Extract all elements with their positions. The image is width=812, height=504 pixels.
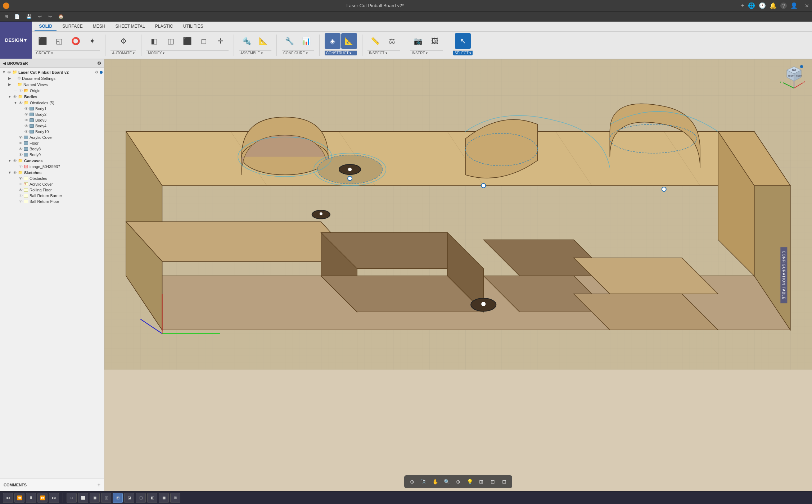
playback-next-button[interactable]: ⏩ <box>37 493 48 503</box>
view-btn-7[interactable]: ◫ <box>136 493 146 503</box>
tree-item-body2[interactable]: — 👁 Body2 <box>0 112 104 117</box>
create-more-button[interactable]: ✦ <box>84 33 100 49</box>
undo-button[interactable]: ↩ <box>35 13 45 20</box>
view-btn-8[interactable]: ◧ <box>147 493 157 503</box>
press-pull-button[interactable]: ◧ <box>146 33 162 49</box>
decal-button[interactable]: 🖼 <box>427 33 443 49</box>
axis-button[interactable]: 📐 <box>341 33 357 49</box>
view-btn-9[interactable]: ▣ <box>159 493 169 503</box>
tab-utilities[interactable]: UTILITIES <box>179 23 208 31</box>
view-btn-10[interactable]: ⊞ <box>170 493 180 503</box>
configuration-table-tab[interactable]: CONFIGURATION TABLE <box>781 247 788 303</box>
tree-item-canvases[interactable]: ▼ 👁 📁 Canvases <box>0 158 104 164</box>
extrude-button[interactable]: ◱ <box>51 33 67 49</box>
pan-button[interactable]: ✋ <box>430 477 440 487</box>
eye-floor[interactable]: 👁 <box>18 141 23 145</box>
tree-item-floor[interactable]: — 👁 Floor <box>0 140 104 146</box>
view-btn-6[interactable]: ◪ <box>124 493 134 503</box>
playback-play-button[interactable]: ⏸ <box>26 493 36 503</box>
display-settings-button[interactable]: 💡 <box>465 477 475 487</box>
select-button[interactable]: ↖ <box>455 33 471 49</box>
eye-origin[interactable]: 👁 <box>18 88 23 93</box>
tab-sheet-metal[interactable]: SHEET METAL <box>111 23 149 31</box>
view-btn-5[interactable]: ◩ <box>113 493 123 503</box>
tab-plastic[interactable]: PLASTIC <box>151 23 177 31</box>
eye-root[interactable]: 👁 <box>6 70 12 74</box>
tree-item-image[interactable]: — 👁 🖼 image_50439937 <box>0 164 104 169</box>
browser-collapse-icon[interactable]: ◀ <box>3 61 6 66</box>
tree-item-body8[interactable]: — 👁 Body8 <box>0 146 104 152</box>
eye-body1[interactable]: 👁 <box>24 106 29 111</box>
close-button[interactable]: ✕ <box>805 3 809 9</box>
tree-item-body4[interactable]: — 👁 Body4 <box>0 123 104 129</box>
tree-item-acrylic-cover-sketch[interactable]: — 👁 Acrylic Cover <box>0 181 104 187</box>
look-at-button[interactable]: 🔭 <box>419 477 429 487</box>
table-button[interactable]: 📊 <box>298 33 314 49</box>
new-tab-button[interactable]: + <box>741 3 744 9</box>
tab-surface[interactable]: SURFACE <box>58 23 87 31</box>
eye-obsticales[interactable]: 👁 <box>18 101 23 105</box>
view-btn-4[interactable]: ◫ <box>101 493 111 503</box>
tree-item-root[interactable]: ▼ 👁 📁 Laser Cut Pinball Board v2 ⚙ <box>0 69 104 75</box>
globe-icon[interactable]: 🌐 <box>748 2 755 9</box>
tree-item-obsticales[interactable]: ▼ 👁 📁 Obsticales (5) <box>0 100 104 106</box>
tree-item-bodies[interactable]: ▼ 👁 📁 Bodies <box>0 94 104 100</box>
tree-item-acrylic-cover-body[interactable]: — 👁 Acrylic Cover <box>0 135 104 140</box>
move-button[interactable]: ✛ <box>213 33 229 49</box>
tree-item-rolling-floor[interactable]: — 👁 Rolling Floor <box>0 187 104 193</box>
tree-item-body3[interactable]: — 👁 Body3 <box>0 117 104 123</box>
eye-acrylic-cover[interactable]: 👁 <box>18 135 23 140</box>
shell-button[interactable]: ◻ <box>196 33 212 49</box>
eye-body10[interactable]: 👁 <box>24 130 29 134</box>
tree-arrow-sketches[interactable]: ▼ <box>7 171 12 174</box>
tree-arrow-canvases[interactable]: ▼ <box>7 159 12 163</box>
eye-acrylic-cover-sketch[interactable]: 👁 <box>18 182 23 186</box>
view-btn-3[interactable]: ▣ <box>90 493 100 503</box>
home-button[interactable]: 🏠 <box>55 13 67 20</box>
performance-button[interactable]: ⊟ <box>499 477 509 487</box>
viewport[interactable]: X Y Z TOP FRONT RIGHT ⊕ <box>104 59 812 491</box>
file-menu[interactable]: 📄 <box>12 13 23 20</box>
asbuilt-button[interactable]: 📐 <box>256 33 271 49</box>
tree-arrow-root[interactable]: ▼ <box>1 70 6 74</box>
revolve-button[interactable]: ⭕ <box>68 33 84 49</box>
tree-item-origin[interactable]: — 👁 📂 Origin <box>0 87 104 94</box>
eye-sketches[interactable]: 👁 <box>12 171 17 175</box>
tree-item-body9[interactable]: — 👁 Body9 <box>0 152 104 158</box>
comments-add-icon[interactable]: + <box>98 482 100 488</box>
view-btn-2[interactable]: ⬜ <box>78 493 88 503</box>
interference-button[interactable]: ⚖ <box>384 33 400 49</box>
tree-item-ball-return-barrier[interactable]: — 👁 Ball Return Barrier <box>0 193 104 199</box>
eye-obstacles-sketch[interactable]: 👁 <box>18 176 23 181</box>
avatar-icon[interactable]: 👤 <box>790 2 798 9</box>
eye-body4[interactable]: 👁 <box>24 124 29 128</box>
grid-button[interactable]: ⊞ <box>476 477 486 487</box>
viewcube[interactable]: X Y Z TOP FRONT RIGHT <box>776 63 805 92</box>
eye-bodies[interactable]: 👁 <box>12 95 17 99</box>
root-gear[interactable]: ⚙ <box>95 70 98 74</box>
view-options-button[interactable]: ⊡ <box>488 477 498 487</box>
configure-button[interactable]: 🔧 <box>282 33 298 49</box>
clock-icon[interactable]: 🕐 <box>759 2 766 9</box>
insert-button[interactable]: 📷 <box>410 33 426 49</box>
apps-menu[interactable]: ⊞ <box>1 13 11 20</box>
view-btn-1[interactable]: □ <box>67 493 77 503</box>
tree-item-sketches[interactable]: ▼ 👁 📁 Sketches <box>0 169 104 176</box>
chamfer-button[interactable]: ⬛ <box>180 33 195 49</box>
home-view-button[interactable]: ⊕ <box>407 477 417 487</box>
new-component-button[interactable]: ⬛ <box>35 33 50 49</box>
help-icon[interactable]: ? <box>780 3 787 9</box>
fillet-button[interactable]: ◫ <box>163 33 179 49</box>
eye-body8[interactable]: 👁 <box>18 147 23 151</box>
eye-ball-return-floor[interactable]: 👁 <box>18 199 23 204</box>
bell-icon[interactable]: 🔔 <box>770 2 777 9</box>
design-button[interactable]: DESIGN ▾ <box>0 22 32 59</box>
eye-image[interactable]: 👁 <box>18 164 23 169</box>
browser-settings-icon[interactable]: ⚙ <box>97 61 101 66</box>
fit-button[interactable]: ⊕ <box>453 477 463 487</box>
measure-button[interactable]: 📏 <box>367 33 383 49</box>
eye-canvases[interactable]: 👁 <box>12 159 17 163</box>
eye-body9[interactable]: 👁 <box>18 153 23 157</box>
tree-item-named-views[interactable]: ▶ 📁 Named Views <box>0 81 104 87</box>
eye-rolling-floor[interactable]: 👁 <box>18 188 23 192</box>
